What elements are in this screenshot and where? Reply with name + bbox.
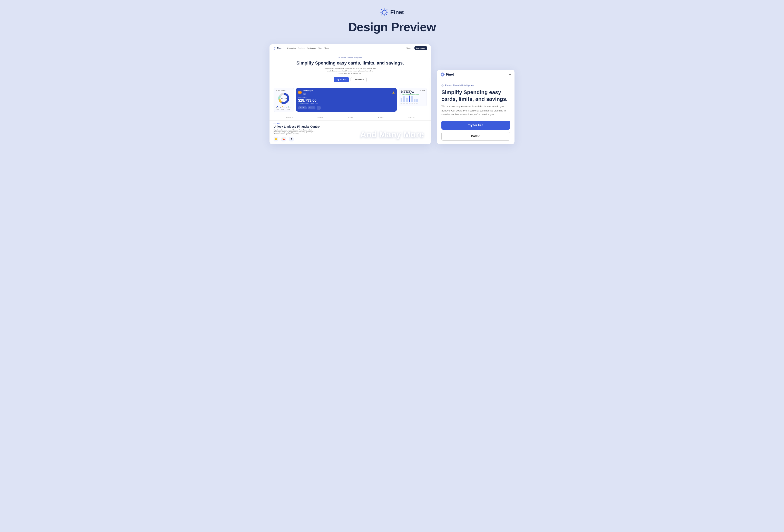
bar-thu: Thu [409,95,411,104]
topup-button[interactable]: Top up [308,106,315,109]
boost-text: Outstanding balance boost [302,103,318,105]
brand-pendo: ✦pendo [378,117,384,118]
svg-line-17 [274,49,274,49]
page-header: Finet Design Preview [348,8,436,34]
mobile-hero-badge: Reveal Financial Intelligence [441,84,474,87]
svg-point-27 [442,74,444,75]
hero-buttons: Try for free Learn more [274,77,427,82]
bar-fri-bar [411,96,413,102]
more-button[interactable]: ••• [317,106,321,110]
bar-mon: Mon [400,98,402,104]
svg-point-18 [339,57,340,58]
learn-more-button[interactable]: Learn more [351,77,367,82]
desktop-preview: Finet Products Services Customers Blog P… [270,44,431,144]
badge-icon [338,57,340,59]
legend-dot-freelance [288,106,289,107]
brand-square: □Square [347,117,353,118]
balance-amount: $28.793,00 [298,99,395,103]
feature-icons-row: 💳 💊 ⚙ [274,137,427,141]
feature-icon-2: 💊 [281,137,286,141]
dashboard-area: TOTAL INCOME $81,067 [270,88,431,115]
balance-card-header: S Sandy Inayre Pro 🔔 [298,90,395,95]
bar-sun: Sun [416,99,418,104]
feature-tag: FEATURE [274,123,427,124]
user-avatar: S [298,91,302,94]
transfer-button[interactable]: Transfer [298,106,307,109]
boost-pct: +1.3% [298,103,302,105]
chart-info: TOTAL INCOME $18.267,00 +0.6% Outstandin… [400,90,419,95]
chart-card: TOTAL INCOME $18.267,00 +0.6% Outstandin… [399,88,427,106]
feature-desc: Experience the power beyond the card. Fi… [274,129,314,135]
mobile-preview: Finet ≡ Reveal Financial Intelligence Si… [437,69,514,144]
bar-tue-label: Tue [403,103,405,104]
desktop-hero: Reveal Financial Intelligence Simplify S… [270,52,431,88]
feature-title: Unlock Limitless Financial Control [274,125,427,128]
mobile-navbar: Finet ≡ [437,69,514,79]
header-logo-text: Finet [390,9,404,16]
try-for-free-button[interactable]: Try for free [334,77,349,82]
nav-pricing[interactable]: Pricing [324,47,329,49]
mobile-badge-text: Reveal Financial Intelligence [445,84,474,87]
legend-side-label: Side job [280,107,285,108]
finet-logo-icon [380,8,388,16]
bar-thu-label: Thu [409,103,411,104]
feature-section: FEATURE Unlock Limitless Financial Contr… [270,120,431,144]
user-badge: Pro [303,93,306,95]
svg-point-36 [442,85,443,86]
bar-tue: Tue [403,96,405,104]
feature-icon-1: 💳 [274,137,278,141]
svg-line-7 [386,9,387,10]
svg-line-34 [444,73,444,74]
bar-sun-bar [416,99,418,102]
page-title: Design Preview [348,20,436,34]
balance-boost: +1.3% Outstanding balance boost [298,103,395,105]
svg-line-8 [381,14,382,15]
svg-point-9 [274,48,275,49]
nav-customers[interactable]: Customers [307,47,316,49]
nav-logo-text: Finet [277,47,282,49]
brand-shopify: 🛍shopify [408,117,415,118]
mobile-hero-subtitle: We provide comprehensive financial solut… [441,105,510,117]
svg-line-15 [275,49,276,49]
mobile-try-button[interactable]: Try for free [441,121,510,130]
svg-line-35 [441,76,442,76]
svg-line-5 [381,9,382,10]
nav-products[interactable]: Products [287,47,296,49]
bar-wed-label: Wed [406,103,408,104]
nav-services[interactable]: Services [298,47,305,49]
bar-wed: Wed [406,97,408,104]
bar-sat: Sat [414,99,416,104]
user-name: Sandy Inayre [303,90,313,92]
brands-row: afterpay↗ ⊙hopin □Square ✦pendo 🛍shopify [270,115,431,120]
nav-demo-button[interactable]: See a demo [415,46,427,50]
mobile-outline-button[interactable]: Button [441,132,510,141]
chart-total: $18.267,00 [400,91,419,94]
bar-mon-bar [400,98,402,102]
mobile-hero: Reveal Financial Intelligence Simplify S… [437,79,514,144]
bar-fri-label: Fri [412,103,413,104]
bar-wed-bar [406,97,408,102]
mobile-logo-icon [441,73,445,77]
desktop-nav-logo: Finet [273,47,282,50]
bar-sun-label: Sun [416,103,418,104]
donut-chart: $81,067 [278,92,290,105]
nav-links: Products Services Customers Blog Pricing [287,47,403,49]
chart-header: TOTAL INCOME $18.267,00 +0.6% Outstandin… [400,90,425,95]
legend-dot-side [282,106,283,107]
desktop-navbar: Finet Products Services Customers Blog P… [270,44,431,52]
legend-freelance-pct: 12% [287,109,290,110]
balance-card: S Sandy Inayre Pro 🔔 Total Balance $28.7… [296,88,397,112]
nav-blog[interactable]: Blog [318,47,321,49]
mobile-logo-text: Finet [446,73,454,76]
bell-icon: 🔔 [392,91,395,94]
legend-main: Main 58% [276,106,279,110]
time-select[interactable]: This week [419,90,425,91]
donut-card: TOTAL INCOME $81,067 [274,88,294,112]
hamburger-icon[interactable]: ≡ [509,73,511,76]
hero-badge: Reveal Financial Intelligence [338,57,362,59]
bar-sat-label: Sat [414,103,416,104]
card-actions: Transfer Top up ••• [298,106,395,110]
nav-signin[interactable]: Sign in [406,47,412,49]
svg-line-16 [275,47,276,48]
mobile-logo: Finet [441,73,454,77]
